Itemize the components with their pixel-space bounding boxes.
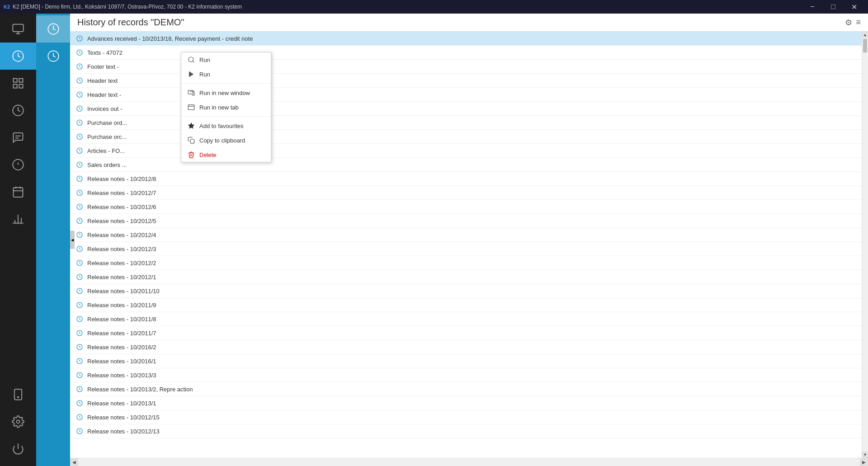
list-item[interactable]: Release notes - 10/2012/2: [70, 256, 862, 270]
title-bar-left: K2 K2 [DEMO] - Demo firm, Ltd., Koksární…: [4, 4, 242, 10]
record-text: Release notes - 10/2011/7: [87, 330, 156, 337]
context-menu-item-copy-clipboard[interactable]: Copy to clipboard: [181, 133, 271, 147]
copy-icon: [188, 137, 195, 144]
svg-rect-14: [14, 188, 23, 197]
record-icon: [75, 161, 84, 169]
list-item[interactable]: Release notes - 10/2012/1: [70, 270, 862, 284]
horizontal-scroll-track[interactable]: [78, 458, 860, 466]
sidebar-item-phone[interactable]: [0, 381, 36, 408]
context-menu-item-run-new-window[interactable]: Run in new window: [181, 86, 271, 100]
record-text: Release notes - 10/2012/15: [87, 414, 160, 421]
scroll-thumb[interactable]: [863, 39, 867, 52]
maximize-button[interactable]: □: [823, 0, 844, 14]
sidebar-item-history[interactable]: [0, 43, 36, 70]
list-item[interactable]: Release notes - 10/2016/2: [70, 340, 862, 354]
context-menu-label: Delete: [199, 152, 217, 158]
list-item[interactable]: Release notes - 10/2011/8: [70, 312, 862, 326]
svg-rect-60: [188, 90, 193, 94]
record-icon: [75, 399, 84, 407]
sidebar2-clock[interactable]: [36, 43, 70, 70]
list-item[interactable]: Release notes - 10/2012/15: [70, 410, 862, 424]
context-menu-item-run-new-tab[interactable]: Run in new tab: [181, 100, 271, 114]
top-bar: History of records "DEMO" ⚙ ≡: [70, 14, 868, 32]
record-icon: [75, 147, 84, 155]
sidebar-item-messages[interactable]: [0, 124, 36, 151]
bottom-scrollbar[interactable]: ◀ ▶: [70, 458, 868, 466]
settings-icon[interactable]: ⚙: [845, 18, 852, 28]
record-icon: [75, 357, 84, 365]
sidebar2-history[interactable]: [36, 15, 70, 43]
svg-marker-63: [188, 123, 194, 128]
context-menu-item-run1[interactable]: Run: [181, 52, 271, 67]
record-text: Purchase ord...: [87, 119, 127, 126]
record-icon: [75, 343, 84, 351]
record-icon: [75, 231, 84, 239]
context-menu-label: Add to favourites: [199, 123, 244, 129]
scroll-track[interactable]: [862, 38, 868, 452]
window-icon: [188, 89, 195, 96]
list-item[interactable]: Release notes - 10/2016/1: [70, 354, 862, 368]
list-item[interactable]: Release notes - 10/2012/3: [70, 242, 862, 256]
context-menu-label: Run: [199, 57, 210, 63]
record-text: Release notes - 10/2012/6: [87, 204, 156, 210]
list-item[interactable]: Release notes - 10/2012/6: [70, 200, 862, 214]
list-item[interactable]: Release notes - 10/2011/7: [70, 326, 862, 340]
list-item[interactable]: Release notes - 10/2012/13: [70, 424, 862, 438]
record-icon: [75, 385, 84, 393]
minimize-button[interactable]: −: [802, 0, 823, 14]
list-item[interactable]: Advances received - 10/2013/18, Receive …: [70, 32, 862, 46]
list-item[interactable]: Release notes - 10/2012/7: [70, 186, 862, 200]
record-text: Texts - 47072: [87, 49, 123, 56]
svg-rect-5: [19, 79, 23, 82]
record-text: Header text -: [87, 91, 121, 98]
record-text: Release notes - 10/2012/8: [87, 176, 156, 182]
context-menu-item-delete[interactable]: Delete: [181, 147, 271, 162]
list-item[interactable]: Release notes - 10/2011/9: [70, 298, 862, 312]
list-item[interactable]: Release notes - 10/2013/1: [70, 396, 862, 410]
record-text: Release notes - 10/2012/4: [87, 232, 156, 238]
svg-marker-59: [189, 71, 193, 77]
context-menu-item-run2[interactable]: Run: [181, 67, 271, 81]
record-icon: [75, 259, 84, 267]
list-item[interactable]: Release notes - 10/2013/2, Repre action: [70, 382, 862, 396]
record-icon: [75, 273, 84, 281]
list-item[interactable]: Release notes - 10/2013/3: [70, 368, 862, 382]
list-item[interactable]: Release notes - 10/2011/10: [70, 284, 862, 298]
close-button[interactable]: ✕: [844, 0, 864, 14]
sidebar-item-grid[interactable]: [0, 70, 36, 97]
title-bar: K2 K2 [DEMO] - Demo firm, Ltd., Koksární…: [0, 0, 868, 14]
context-menu-item-add-favourites[interactable]: Add to favourites: [181, 119, 271, 133]
context-menu-label: Copy to clipboard: [199, 137, 245, 144]
record-text: Release notes - 10/2011/10: [87, 288, 160, 295]
record-text: Release notes - 10/2012/13: [87, 428, 160, 435]
scroll-down-arrow[interactable]: ▼: [862, 452, 868, 458]
sidebar-item-settings[interactable]: [0, 408, 36, 435]
record-icon: [75, 301, 84, 309]
record-text: Release notes - 10/2013/2, Repre action: [87, 386, 193, 393]
right-scrollbar[interactable]: ▲ ▼: [862, 32, 868, 458]
scroll-left-arrow[interactable]: ◀: [70, 458, 78, 466]
record-text: Release notes - 10/2012/5: [87, 218, 156, 224]
svg-rect-22: [14, 389, 22, 399]
sidebar-item-monitor[interactable]: [0, 15, 36, 43]
record-icon: [75, 427, 84, 435]
sidebar-item-clock[interactable]: [0, 97, 36, 124]
record-icon: [75, 34, 84, 43]
record-text: Release notes - 10/2013/1: [87, 400, 156, 407]
sidebar-item-chart[interactable]: [0, 205, 36, 233]
sidebar-item-power[interactable]: [0, 435, 36, 462]
list-item[interactable]: Release notes - 10/2012/5: [70, 214, 862, 228]
scroll-up-arrow[interactable]: ▲: [862, 32, 868, 38]
panel-toggle[interactable]: ◀: [70, 231, 75, 249]
scroll-right-arrow[interactable]: ▶: [860, 458, 868, 466]
sidebar-item-info[interactable]: [0, 151, 36, 178]
record-text: Advances received - 10/2013/18, Receive …: [87, 35, 253, 42]
record-text: Release notes - 10/2012/1: [87, 274, 156, 281]
svg-rect-7: [19, 84, 23, 88]
sidebar-item-calendar[interactable]: [0, 178, 36, 205]
record-text: Release notes - 10/2011/9: [87, 302, 156, 309]
menu-icon[interactable]: ≡: [856, 18, 861, 28]
list-item[interactable]: Release notes - 10/2012/8: [70, 172, 862, 186]
list-item[interactable]: Release notes - 10/2012/4: [70, 228, 862, 242]
star-icon: [188, 122, 195, 129]
